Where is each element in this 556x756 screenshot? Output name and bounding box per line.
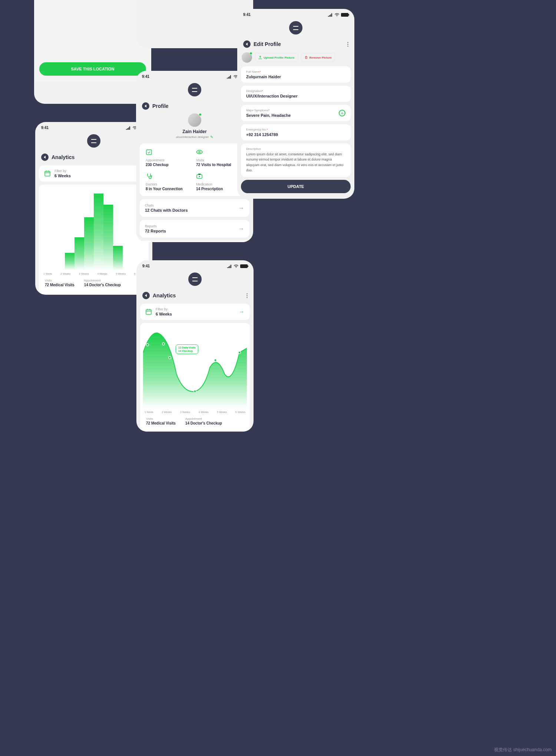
svg-point-28: [238, 351, 241, 354]
phone-analytics-bar: 9:41 Analytics Filter by 6 Weeks →: [35, 122, 152, 295]
online-dot-icon: [199, 113, 202, 116]
watermark: 视觉传达 shijuechuanda.com: [494, 747, 552, 753]
phone-analytics-line: 9:41 Analytics Filter by 6 Weeks →: [136, 260, 254, 432]
svg-point-16: [199, 151, 200, 153]
designation-field[interactable]: Designation* UI/UX/Interaction Designer: [241, 86, 351, 102]
svg-point-17: [151, 176, 152, 177]
svg-rect-15: [146, 150, 152, 155]
online-dot-icon: [249, 52, 252, 55]
back-button[interactable]: [41, 153, 49, 161]
edit-icon[interactable]: ✎: [210, 135, 213, 139]
arrow-right-icon: →: [238, 225, 244, 232]
stat-appointment: Appointment 14 Doctor's Checkup: [185, 417, 222, 425]
calendar-icon: [145, 308, 152, 315]
bar-chart-card: 1 Week 2 Weeks 3 Weeks 4 Weeks 5 Weeks 6…: [39, 185, 149, 294]
arrow-right-icon: →: [238, 205, 244, 211]
svg-rect-19: [146, 310, 151, 314]
filter-card[interactable]: Filter by 6 Weeks →: [140, 304, 250, 320]
reports-link[interactable]: Reports 72 Reports →: [140, 220, 249, 238]
page-title: Profile: [152, 103, 169, 109]
avatar: [242, 52, 252, 63]
status-bar: 9:41: [136, 260, 254, 270]
profile-name: Zain Haider: [182, 129, 206, 134]
update-button[interactable]: UPDATE: [241, 180, 351, 193]
avatar: [188, 113, 201, 127]
filter-label: Filter by: [54, 169, 71, 173]
filter-label: Filter by: [156, 307, 172, 311]
save-location-button[interactable]: SAVE THIS LOCATION: [39, 62, 146, 76]
trash-icon: [304, 56, 308, 59]
battery-icon: [240, 264, 248, 268]
remove-picture-button[interactable]: Remove Picture: [301, 53, 335, 62]
status-bar: 9:41: [136, 71, 253, 80]
chart-tooltip: 12 Daily Visits 14 Checkup: [176, 344, 198, 354]
profile-role: ui/ux/interaction designer ✎: [176, 135, 214, 139]
phone-edit-profile: 9:41 Edit Profile Upload Profile Picture…: [237, 9, 354, 199]
stat-appointment: Appointment 14 Doctor's Checkup: [84, 279, 121, 287]
menu-button[interactable]: [188, 83, 201, 96]
battery-icon: [341, 13, 348, 17]
upload-icon: [258, 56, 262, 59]
stat-doctors: Doctors 8 in Your Connection: [146, 173, 193, 191]
stat-visits: Visits 72 Medical Visits: [146, 417, 176, 425]
svg-point-24: [162, 343, 165, 345]
status-time: 9:41: [41, 126, 49, 130]
status-time: 9:41: [142, 264, 150, 268]
briefcase-icon: [196, 173, 203, 179]
back-button[interactable]: [142, 102, 149, 110]
signal-icon: [126, 126, 131, 130]
svg-point-25: [169, 356, 171, 359]
line-chart: [143, 327, 247, 409]
stat-appointment: Appointment 230 Checkup: [146, 149, 193, 167]
back-button[interactable]: [142, 292, 150, 299]
bar-chart: [42, 188, 146, 270]
stat-visits: Visits 72 Visits to Hospital: [196, 149, 244, 167]
phone-note: Lorem ipsum dolor sit amet, consetetur s…: [136, 0, 253, 48]
status-bar: 9:41: [237, 9, 354, 18]
symptoms-field[interactable]: Major Symptoms* Severe Pain, Headache +: [241, 105, 351, 121]
arrow-right-icon: →: [239, 308, 245, 315]
stats-card: Appointment 230 Checkup Visits 72 Visits…: [140, 143, 249, 196]
menu-button[interactable]: [188, 273, 202, 286]
chats-link[interactable]: Chats 12 Chats with Doctors →: [140, 199, 249, 217]
wifi-icon: [334, 13, 340, 17]
status-bar: 9:41: [35, 122, 152, 131]
svg-point-23: [146, 343, 149, 346]
filter-value: 6 Weeks: [156, 312, 172, 316]
filter-card[interactable]: Filter by 6 Weeks →: [39, 165, 149, 182]
stat-medication: Medication 14 Prescription: [196, 173, 244, 191]
more-menu-button[interactable]: [246, 293, 248, 298]
emergency-field[interactable]: Emergency No.* +92 314 1254789: [241, 124, 351, 141]
filter-value: 6 Weeks: [54, 174, 71, 178]
phone-map: SAVE THIS LOCATION: [34, 0, 151, 104]
add-symptom-button[interactable]: +: [339, 110, 345, 116]
stethoscope-icon: [146, 173, 152, 179]
analytics-link[interactable]: Analytics Check Your Daily Analytics →: [140, 241, 249, 242]
page-title: Edit Profile: [254, 41, 281, 47]
signal-icon: [226, 75, 232, 79]
calendar-check-icon: [146, 149, 152, 155]
signal-icon: [328, 13, 333, 17]
description-field[interactable]: Description Lorem ipsum dolor sit amet, …: [241, 143, 351, 177]
page-title: Analytics: [52, 154, 75, 160]
calendar-icon: [44, 170, 51, 177]
menu-button[interactable]: [87, 134, 100, 148]
svg-point-26: [194, 390, 196, 393]
phone-profile: 9:41 Profile Zain Haider ui/ux/interacti…: [136, 71, 253, 242]
fullname-field[interactable]: Full Name* Zulqurnain Haider: [241, 66, 351, 83]
map-area[interactable]: SAVE THIS LOCATION: [34, 0, 151, 82]
signal-icon: [227, 264, 232, 268]
x-axis-labels: 1 Week 2 Weeks 3 Weeks 4 Weeks 5 Weeks 6…: [42, 270, 146, 275]
upload-picture-button[interactable]: Upload Profile Picture: [255, 53, 298, 62]
back-button[interactable]: [243, 40, 251, 48]
svg-point-27: [214, 359, 216, 362]
more-menu-button[interactable]: [347, 42, 348, 47]
page-title: Analytics: [153, 293, 176, 298]
svg-rect-11: [45, 171, 50, 176]
menu-button[interactable]: [289, 21, 302, 34]
eye-icon: [196, 149, 203, 155]
line-chart-card: 12 Daily Visits 14 Checkup 1 Week 2 Week…: [140, 323, 250, 432]
status-time: 9:41: [243, 13, 251, 17]
x-axis-labels: 1 Week 2 Weeks 3 Weeks 4 Weeks 5 Weeks 6…: [143, 409, 247, 413]
stat-visits: Visits 72 Medical Visits: [45, 279, 75, 287]
